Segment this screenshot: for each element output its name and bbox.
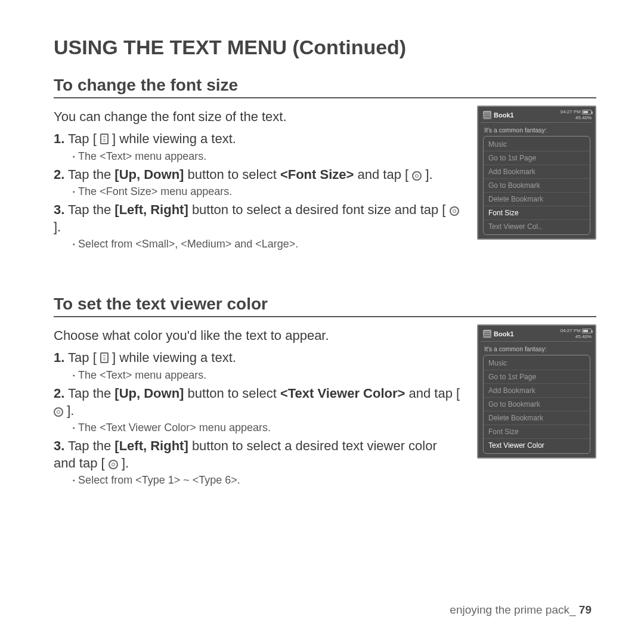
step-text: button to select — [184, 167, 280, 182]
select-icon — [54, 407, 63, 417]
step-text-bold: [Left, Right] — [114, 202, 188, 217]
step-text: ]. — [122, 456, 129, 470]
step-number: 2. — [54, 386, 64, 401]
step-text: Tap [ — [68, 350, 97, 365]
battery-icon — [582, 110, 592, 114]
section2-step2-sub: The <Text Viewer Color> menu appears. — [73, 422, 462, 434]
device2-battery-pct: 45.40% — [575, 334, 592, 339]
device-menu-item: Go to 1st Page — [484, 151, 590, 165]
device1-battery-pct: 45.40% — [575, 115, 592, 120]
footer-page-number: 79 — [579, 603, 592, 616]
device-menu-item: Text Viewer Color — [484, 439, 590, 452]
device2-time: 04:27 PM — [561, 328, 581, 333]
device1-time: 04:27 PM — [561, 109, 581, 114]
device-menu-item: Add Bookmark — [484, 165, 590, 179]
book-icon — [483, 330, 491, 338]
step-text: button to select a desired font size and… — [188, 202, 446, 217]
device-menu-item: Delete Bookmark — [484, 193, 590, 206]
section2-step2: 2. Tap the [Up, Down] button to select <… — [54, 385, 462, 419]
step-text: and tap [ — [405, 386, 460, 401]
device2-menu: MusicGo to 1st PageAdd BookmarkGo to Boo… — [483, 355, 590, 454]
divider — [54, 316, 596, 317]
device1-menu: MusicGo to 1st PageAdd BookmarkGo to Boo… — [483, 136, 590, 235]
select-icon — [450, 206, 459, 216]
device2-preview-text: It's a common fantasy: — [483, 345, 590, 352]
step-text-bold: <Text Viewer Color> — [280, 386, 405, 401]
step-text: Tap the — [68, 202, 114, 217]
device2-book: Book1 — [494, 330, 514, 338]
section2-step3-sub: Select from <Type 1> ~ <Type 6>. — [73, 474, 462, 487]
divider — [54, 97, 596, 98]
step-text-bold: [Up, Down] — [114, 167, 184, 182]
device-screenshot-1: Book1 04:27 PM 45.40% It's a common fant… — [477, 106, 596, 240]
book-icon — [483, 111, 491, 119]
step-text: Tap the — [68, 386, 114, 401]
menu-icon — [100, 134, 109, 144]
device-menu-item: Music — [484, 357, 590, 370]
step-text: ]. — [54, 219, 61, 234]
section1-step1: 1. Tap [ ] while viewing a text. — [54, 131, 462, 148]
section2-step1-sub: The <Text> menu appears. — [73, 369, 462, 382]
step-text: Tap the — [68, 438, 114, 453]
section1-heading: To change the font size — [54, 76, 596, 95]
step-number: 3. — [54, 202, 64, 217]
step-text: Tap [ — [68, 131, 97, 146]
device-menu-item: Add Bookmark — [484, 384, 590, 398]
page-footer: enjoying the prime pack_ 79 — [450, 603, 592, 617]
step-text: and tap [ — [354, 167, 408, 182]
section1-step1-sub: The <Text> menu appears. — [73, 150, 462, 163]
section1-step2-sub: The <Font Size> menu appears. — [73, 185, 462, 198]
device-menu-item: Go to Bookmark — [484, 398, 590, 411]
section2-intro: Choose what color you'd like the text to… — [54, 328, 462, 343]
step-text: button to select — [184, 386, 280, 401]
device-screenshot-2: Book1 04:27 PM 45.40% It's a common fant… — [477, 324, 596, 459]
step-text-bold: [Left, Right] — [114, 438, 188, 453]
page-title: USING THE TEXT MENU (Continued) — [54, 36, 596, 59]
select-icon — [109, 460, 118, 469]
section1-intro: You can change the font size of the text… — [54, 109, 462, 125]
step-text-bold: <Font Size> — [280, 167, 354, 182]
device1-preview-text: It's a common fantasy: — [483, 126, 590, 134]
device-menu-item: Go to 1st Page — [484, 370, 590, 384]
menu-icon — [100, 352, 109, 363]
device-menu-item: Font Size — [484, 425, 590, 439]
footer-chapter: enjoying the prime pack_ — [450, 603, 575, 616]
step-number: 1. — [54, 350, 64, 365]
section2-step3: 3. Tap the [Left, Right] button to selec… — [54, 438, 462, 472]
step-number: 2. — [54, 167, 64, 182]
step-text: ]. — [67, 403, 74, 418]
device1-book: Book1 — [494, 112, 514, 119]
step-text: ]. — [425, 167, 432, 182]
step-number: 1. — [54, 131, 64, 146]
section2-heading: To set the text viewer color — [54, 295, 596, 314]
section1-step3: 3. Tap the [Left, Right] button to selec… — [54, 202, 462, 236]
step-number: 3. — [54, 438, 64, 453]
step-text: Tap the — [68, 167, 114, 182]
section2-step1: 1. Tap [ ] while viewing a text. — [54, 349, 462, 367]
device-menu-item: Text Viewer Col.. — [484, 220, 590, 233]
select-icon — [412, 171, 422, 181]
section1-step3-sub: Select from <Small>, <Medium> and <Large… — [73, 238, 462, 250]
battery-icon — [582, 329, 592, 333]
step-text: ] while viewing a text. — [112, 350, 236, 365]
step-text-bold: [Up, Down] — [114, 386, 184, 401]
device-menu-item: Go to Bookmark — [484, 179, 590, 193]
device-menu-item: Delete Bookmark — [484, 411, 590, 425]
section1-step2: 2. Tap the [Up, Down] button to select <… — [54, 166, 462, 184]
device-menu-item: Music — [484, 138, 590, 151]
step-text: ] while viewing a text. — [112, 131, 236, 146]
device-menu-item: Font Size — [484, 206, 590, 220]
